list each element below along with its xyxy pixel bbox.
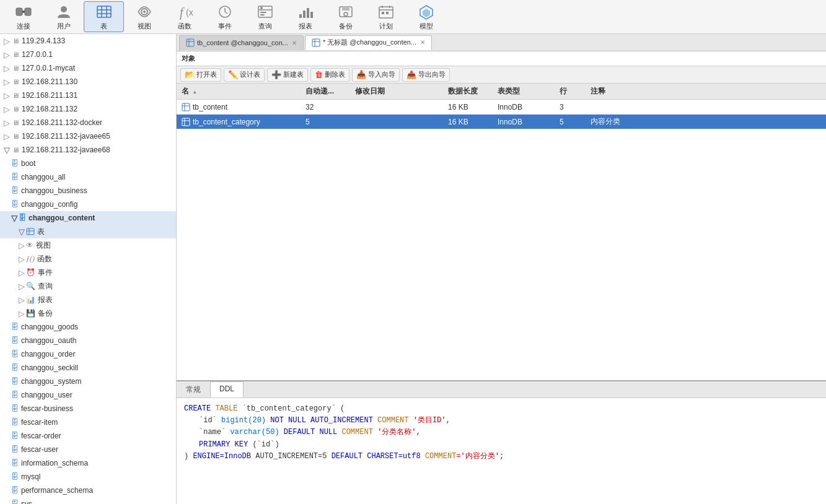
toolbar-query[interactable]: 查询 <box>245 1 285 32</box>
tab-ddl[interactable]: DDL <box>210 381 244 398</box>
func-icon: f (x) <box>176 3 193 20</box>
toolbar-user[interactable]: 用户 <box>43 1 84 32</box>
ddl-varchar-type: varchar(50) <box>230 428 283 437</box>
bottom-panel: 常规 DDL CREATE TABLE `tb_content_category… <box>177 380 826 504</box>
sidebar-item-grp-table[interactable]: ▽ 表 <box>0 225 176 238</box>
sidebar-item-grp-query[interactable]: ▷ 🔍 查询 <box>0 279 176 293</box>
sidebar-item-db-sys[interactable]: 🗄 sys <box>0 497 176 504</box>
col-header-size: 数据长度 <box>448 86 498 97</box>
sidebar-item-grp-backup[interactable]: ▷ 💾 备份 <box>0 306 176 320</box>
sidebar-item-server-4[interactable]: ▷ 🖥 192.168.211.130 <box>0 75 176 89</box>
design-table-button[interactable]: ✏️ 设计表 <box>224 68 265 82</box>
sidebar-item-db-changgou-all[interactable]: 🗄 changgou_all <box>0 170 176 184</box>
func-group-icon: ƒ() <box>26 254 35 264</box>
tab-bar: tb_content @changgou_con... ✕ * 无标题 @cha… <box>177 34 826 51</box>
toolbar-view[interactable]: 视图 <box>124 1 164 32</box>
sidebar-item-server-6[interactable]: ▷ 🖥 192.168.211.132 <box>0 102 176 116</box>
tab-close-2[interactable]: ✕ <box>420 39 425 46</box>
table-row-tb-content-category[interactable]: tb_content_category 5 16 KB InnoDB 5 内容分… <box>177 115 826 129</box>
model-icon <box>418 3 435 20</box>
import-button[interactable]: 📥 导入向导 <box>352 68 400 82</box>
sidebar-item-db-fescar-user[interactable]: 🗄 fescar-user <box>0 443 176 456</box>
sidebar-item-db-changgou-config[interactable]: 🗄 changgou_config <box>0 198 176 211</box>
sidebar-item-server-7[interactable]: ▷ 🖥 192.168.211.132-docker <box>0 116 176 129</box>
db-icon-order: 🗄 <box>11 350 19 358</box>
db-expand-icon: ▽ <box>11 214 17 223</box>
svg-rect-40 <box>187 39 194 46</box>
ddl-charset: DEFAULT CHARSET=utf8 <box>332 452 425 461</box>
db-icon-boot: 🗄 <box>11 159 19 168</box>
ddl-line1: CREATE TABLE `tb_content_category` ( <box>184 403 819 415</box>
toolbar-func[interactable]: f (x) 函数 <box>164 1 204 32</box>
ddl-line5: ) ENGINE=InnoDB AUTO_INCREMENT=5 DEFAULT… <box>184 451 819 463</box>
new-table-button[interactable]: ➕ 新建表 <box>267 68 308 82</box>
sidebar-item-db-changgou-seckill[interactable]: 🗄 changgou_seckill <box>0 361 176 375</box>
monitor-icon-9: 🖥 <box>12 146 19 154</box>
sidebar-item-db-fescar-business[interactable]: 🗄 fescar-business <box>0 402 176 415</box>
toolbar-report[interactable]: 报表 <box>285 1 325 32</box>
delete-table-button[interactable]: 🗑 删除表 <box>310 68 349 82</box>
toolbar-backup[interactable]: 备份 <box>325 1 366 32</box>
sidebar-item-db-changgou-oauth[interactable]: 🗄 changgou_oauth <box>0 334 176 347</box>
sidebar-item-db-fescar-item[interactable]: 🗄 fescar-item <box>0 415 176 429</box>
sidebar-item-db-changgou-content[interactable]: ▽ 🗄 changgou_content <box>0 211 176 225</box>
monitor-icon-2: 🖥 <box>12 51 19 58</box>
sidebar-item-server-5[interactable]: ▷ 🖥 192.168.211.131 <box>0 89 176 102</box>
sidebar-item-grp-view[interactable]: ▷ 👁 视图 <box>0 238 176 252</box>
sidebar-item-db-changgou-goods[interactable]: 🗄 changgou_goods <box>0 320 176 334</box>
sidebar-item-db-boot[interactable]: 🗄 boot <box>0 157 176 170</box>
tab-close-1[interactable]: ✕ <box>292 40 297 46</box>
db-icon-fescar-i: 🗄 <box>11 418 19 427</box>
tab-normal[interactable]: 常规 <box>177 381 210 398</box>
sidebar-item-db-mysql[interactable]: 🗄 mysql <box>0 470 176 484</box>
sidebar-item-db-perf-schema[interactable]: 🗄 performance_schema <box>0 484 176 497</box>
tab-tb-content[interactable]: tb_content @changgou_con... ✕ <box>179 35 304 50</box>
sidebar-item-db-changgou-order[interactable]: 🗄 changgou_order <box>0 347 176 361</box>
sidebar-item-db-changgou-system[interactable]: 🗄 changgou_system <box>0 375 176 388</box>
action-bar: 📂 打开表 ✏️ 设计表 ➕ 新建表 🗑 删除表 📥 导入向导 📤 导出向导 <box>177 66 826 84</box>
sidebar-item-db-info-schema[interactable]: 🗄 information_schema <box>0 456 176 470</box>
export-button[interactable]: 📤 导出向导 <box>402 68 450 82</box>
sidebar-item-server-3[interactable]: ▷ 🖥 127.0.0.1-mycat <box>0 61 176 75</box>
toolbar-schedule[interactable]: 计划 <box>366 1 406 32</box>
sidebar-item-db-fescar-order[interactable]: 🗄 fescar-order <box>0 429 176 443</box>
user-icon <box>55 3 72 20</box>
toolbar-table[interactable]: 表 <box>84 1 124 32</box>
schedule-icon <box>377 3 395 20</box>
sidebar-item-grp-report[interactable]: ▷ 📊 报表 <box>0 293 176 306</box>
ddl-line4: PRIMARY KEY (`id`) <box>184 439 819 451</box>
monitor-icon-7: 🖥 <box>12 119 19 126</box>
svg-text:(x): (x) <box>186 7 193 17</box>
open-table-button[interactable]: 📂 打开表 <box>180 68 221 82</box>
sidebar-item-grp-event[interactable]: ▷ ⏰ 事件 <box>0 266 176 279</box>
svg-rect-20 <box>260 12 266 13</box>
ddl-comment-val-3: ='内容分类' <box>456 452 499 461</box>
svg-rect-27 <box>342 7 349 11</box>
server-icon-6: ▷ <box>4 105 10 114</box>
sidebar-item-server-1[interactable]: ▷ 🖥 119.29.4.133 <box>0 34 176 48</box>
svg-rect-22 <box>299 14 302 18</box>
new-icon: ➕ <box>271 70 281 79</box>
ddl-line3: `name` varchar(50) DEFAULT NULL COMMENT … <box>184 427 819 438</box>
toolbar-event[interactable]: 事件 <box>204 1 245 32</box>
db-icon-user: 🗄 <box>11 391 19 399</box>
svg-point-19 <box>260 7 263 9</box>
table-list-header: 名 ▲ 自动递... 修改日期 数据长度 表类型 行 <box>177 84 826 100</box>
sidebar-item-server-2[interactable]: ▷ 🖥 127.0.0.1 <box>0 48 176 61</box>
sidebar-item-grp-func[interactable]: ▷ ƒ() 函数 <box>0 252 176 266</box>
db-icon-goods: 🗄 <box>11 323 19 331</box>
toolbar-connect[interactable]: 连接 <box>3 1 43 32</box>
sidebar-item-db-changgou-business[interactable]: 🗄 changgou_business <box>0 184 176 198</box>
sidebar-item-db-changgou-user[interactable]: 🗄 changgou_user <box>0 388 176 402</box>
server-icon-4: ▷ <box>4 77 10 87</box>
sidebar-item-server-9[interactable]: ▽ 🖥 192.168.211.132-javaee68 <box>0 143 176 157</box>
sidebar-item-server-8[interactable]: ▷ 🖥 192.168.211.132-javaee65 <box>0 129 176 143</box>
tab-untitled[interactable]: * 无标题 @changgou_conten... ✕ <box>305 35 432 50</box>
svg-rect-43 <box>312 39 320 46</box>
table-row-tb-content[interactable]: tb_content 32 16 KB InnoDB 3 <box>177 100 826 115</box>
toolbar-model[interactable]: 模型 <box>406 1 446 32</box>
ddl-create-kw: CREATE <box>184 404 215 413</box>
table-icon <box>95 3 113 20</box>
db-icon-config: 🗄 <box>11 200 19 209</box>
svg-point-4 <box>61 6 67 12</box>
